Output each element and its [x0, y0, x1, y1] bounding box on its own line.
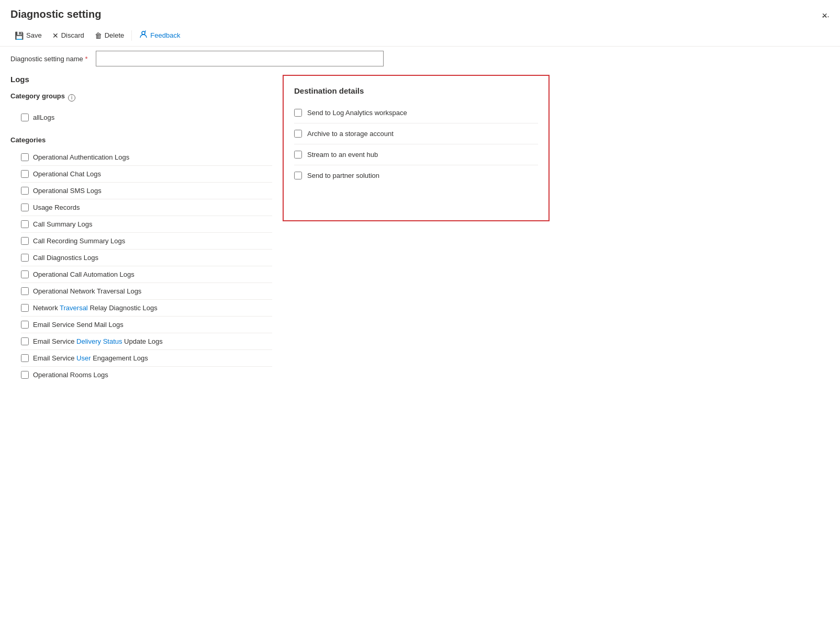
main-content: Logs Category groups i allLogs Categorie…	[0, 75, 840, 383]
category-groups-info-icon[interactable]: i	[68, 94, 75, 101]
toolbar: 💾 Save ✕ Discard 🗑 Delete Feedback	[0, 25, 840, 47]
list-item: Operational Rooms Logs	[21, 367, 272, 383]
dest2-row: Archive to a storage account	[294, 123, 538, 144]
cat6-checkbox[interactable]	[21, 237, 29, 245]
delete-icon: 🗑	[95, 31, 102, 40]
dest3-label: Stream to an event hub	[307, 151, 378, 159]
categories-list: Operational Authentication Logs Operatio…	[10, 149, 272, 383]
cat9-checkbox[interactable]	[21, 287, 29, 295]
cat4-label: Usage Records	[33, 204, 80, 211]
cat4-checkbox[interactable]	[21, 204, 29, 211]
discard-label: Discard	[61, 31, 84, 39]
delete-button[interactable]: 🗑 Delete	[91, 29, 129, 42]
cat7-checkbox[interactable]	[21, 254, 29, 262]
list-item: Email Service Delivery Status Update Log…	[21, 333, 272, 350]
list-item: Email Service User Engagement Logs	[21, 350, 272, 367]
cat13-link[interactable]: User	[76, 354, 91, 362]
discard-button[interactable]: ✕ Discard	[48, 29, 88, 42]
close-button[interactable]: ×	[820, 8, 830, 24]
list-item: Call Recording Summary Logs	[21, 233, 272, 250]
dest2-label: Archive to a storage account	[307, 130, 394, 138]
allLogs-row: allLogs	[21, 109, 272, 126]
cat13-checkbox[interactable]	[21, 354, 29, 362]
list-item: Call Summary Logs	[21, 216, 272, 233]
cat5-checkbox[interactable]	[21, 220, 29, 228]
cat11-label: Email Service Send Mail Logs	[33, 321, 124, 329]
dest4-label: Send to partner solution	[307, 172, 379, 179]
category-groups-label: Category groups	[10, 92, 65, 100]
cat14-checkbox[interactable]	[21, 371, 29, 379]
list-item: Operational Call Automation Logs	[21, 266, 272, 283]
list-item: Operational Chat Logs	[21, 166, 272, 183]
cat6-label: Call Recording Summary Logs	[33, 237, 125, 245]
category-groups-list: allLogs	[10, 109, 272, 126]
dest3-checkbox[interactable]	[294, 151, 302, 159]
logs-heading: Logs	[10, 75, 272, 84]
allLogs-checkbox[interactable]	[21, 114, 29, 121]
list-item: Call Diagnostics Logs	[21, 250, 272, 266]
dest1-checkbox[interactable]	[294, 109, 302, 117]
cat8-label: Operational Call Automation Logs	[33, 270, 135, 278]
save-icon: 💾	[15, 31, 24, 40]
cat3-label: Operational SMS Logs	[33, 187, 102, 195]
dest2-checkbox[interactable]	[294, 130, 302, 138]
list-item: Email Service Send Mail Logs	[21, 317, 272, 333]
cat12-link[interactable]: Delivery Status	[76, 337, 122, 345]
allLogs-label: allLogs	[33, 114, 54, 121]
cat13-label: Email Service User Engagement Logs	[33, 354, 148, 362]
toolbar-divider	[131, 30, 132, 41]
cat9-label: Operational Network Traversal Logs	[33, 287, 141, 295]
dest3-row: Stream to an event hub	[294, 144, 538, 165]
cat1-checkbox[interactable]	[21, 153, 29, 161]
list-item: Usage Records	[21, 199, 272, 216]
cat1-label: Operational Authentication Logs	[33, 153, 129, 161]
save-label: Save	[26, 31, 42, 39]
cat2-checkbox[interactable]	[21, 170, 29, 178]
dest1-label: Send to Log Analytics workspace	[307, 109, 407, 117]
name-label: Diagnostic setting name *	[10, 55, 87, 63]
cat11-checkbox[interactable]	[21, 321, 29, 329]
save-button[interactable]: 💾 Save	[10, 29, 46, 42]
feedback-icon	[139, 30, 148, 40]
cat12-checkbox[interactable]	[21, 337, 29, 345]
list-item: Operational Network Traversal Logs	[21, 283, 272, 300]
discard-icon: ✕	[52, 31, 59, 40]
list-item: Network Traversal Relay Diagnostic Logs	[21, 300, 272, 317]
name-row: Diagnostic setting name *	[0, 47, 840, 75]
panel-header: Diagnostic setting ... ×	[0, 0, 840, 25]
svg-point-0	[142, 31, 145, 35]
cat14-label: Operational Rooms Logs	[33, 371, 108, 379]
cat10-label: Network Traversal Relay Diagnostic Logs	[33, 304, 158, 312]
categories-label: Categories	[10, 136, 272, 144]
destination-details-panel: Destination details Send to Log Analytic…	[283, 75, 550, 221]
required-indicator: *	[85, 55, 87, 63]
category-groups-header: Category groups i	[10, 90, 272, 105]
cat10-link[interactable]: Traversal	[60, 304, 88, 312]
feedback-label: Feedback	[150, 31, 180, 39]
diagnostic-setting-panel: Diagnostic setting ... × 💾 Save ✕ Discar…	[0, 0, 840, 621]
cat5-label: Call Summary Logs	[33, 220, 92, 228]
cat7-label: Call Diagnostics Logs	[33, 254, 98, 262]
feedback-button[interactable]: Feedback	[135, 28, 184, 43]
list-item: Operational SMS Logs	[21, 183, 272, 199]
cat3-checkbox[interactable]	[21, 187, 29, 195]
diagnostic-setting-name-input[interactable]	[96, 51, 384, 66]
delete-label: Delete	[105, 31, 125, 39]
destination-details-title: Destination details	[294, 86, 538, 95]
logs-panel: Logs Category groups i allLogs Categorie…	[10, 75, 272, 383]
panel-title: Diagnostic setting	[10, 8, 816, 20]
dest4-row: Send to partner solution	[294, 165, 538, 186]
dest4-checkbox[interactable]	[294, 172, 302, 179]
cat12-label: Email Service Delivery Status Update Log…	[33, 337, 163, 345]
list-item: Operational Authentication Logs	[21, 149, 272, 166]
cat2-label: Operational Chat Logs	[33, 170, 101, 178]
cat8-checkbox[interactable]	[21, 270, 29, 278]
categories-section: Categories Operational Authentication Lo…	[10, 136, 272, 383]
cat10-checkbox[interactable]	[21, 304, 29, 312]
dest1-row: Send to Log Analytics workspace	[294, 103, 538, 123]
